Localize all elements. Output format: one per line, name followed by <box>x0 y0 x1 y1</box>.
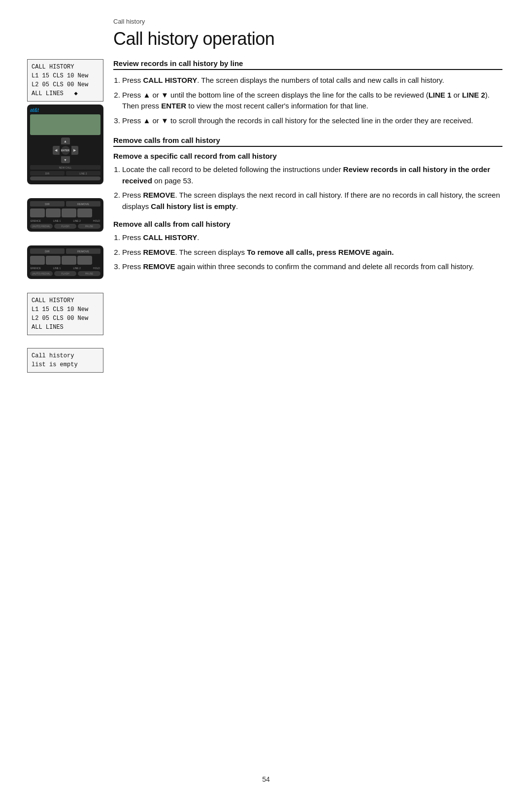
remove-all-step-1: Press CALL HISTORY. <box>122 232 502 243</box>
new-call-label: NEW CALL <box>30 165 100 170</box>
dir-button-3: DIR <box>30 248 65 254</box>
phone-device-3: DIR REMOVE ERENCE LINE 1 LINE 2 HOLD (AU… <box>27 245 103 279</box>
big-btn-3-1 <box>30 256 45 265</box>
phone-wide-btn <box>30 176 100 180</box>
remove-button: REMOVE <box>66 201 100 207</box>
screen2-line-3: L2 05 CLS 00 New <box>32 314 99 323</box>
remove-heading: Remove calls from call history <box>113 136 502 147</box>
remove-specific-steps: Locate the call record to be deleted fol… <box>113 164 502 212</box>
line2-label-3: LINE 2 <box>73 267 81 270</box>
left-column: CALL HISTORY L1 15 CLS 10 New L2 05 CLS … <box>27 59 108 376</box>
review-step-2: Press ▲ or ▼ until the bottom line of th… <box>122 90 502 112</box>
auto-redial-btn: (AUTO) REDIAL <box>30 224 53 229</box>
flash-btn: FLASH <box>54 224 77 229</box>
screen3-line-2: list is empty <box>32 360 99 369</box>
main-content: Review records in call history by line P… <box>113 59 502 283</box>
erence-label: ERENCE <box>31 219 41 222</box>
dpad-down: ▼ <box>61 156 70 163</box>
pause-btn-3: PAUSE <box>78 271 100 276</box>
review-step-3: Press ▲ or ▼ to scroll through the recor… <box>122 115 502 127</box>
remove-all-step-3: Press REMOVE again within three seconds … <box>122 261 502 273</box>
big-btn-3-3 <box>62 256 76 265</box>
phone-device-1: at&t ▲ ▼ ◀ ▶ ENTER NEW CALL DIR LINE 2 <box>27 104 103 184</box>
dpad-right: ▶ <box>71 146 78 155</box>
remove-all-heading: Remove all calls from call history <box>113 220 502 228</box>
screen-line-2: L1 15 CLS 10 New <box>32 71 99 80</box>
phone-screen-1 <box>30 114 100 135</box>
dpad-up: ▲ <box>61 138 70 144</box>
remove-button-3: REMOVE <box>66 248 100 254</box>
phone-device-2: DIR REMOVE ERENCE LINE 1 LINE 2 HOLD (AU… <box>27 198 103 232</box>
remove-all-step-2: Press REMOVE. The screen displays To rem… <box>122 247 502 258</box>
flash-btn-3: FLASH <box>54 271 77 276</box>
remove-all-section: Remove all calls from call history Press… <box>113 220 502 273</box>
screen-line-4: ALL LINES ◆ <box>32 89 99 98</box>
line2-label: LINE 2 <box>66 171 100 175</box>
big-btn-4 <box>77 208 92 217</box>
review-section: Review records in call history by line P… <box>113 59 502 126</box>
big-btn-2 <box>46 208 61 217</box>
hold-label: HOLD <box>93 219 100 222</box>
screen-display-3: Call history list is empty <box>27 348 103 373</box>
big-btn-1 <box>30 208 45 217</box>
dpad: ▲ ▼ ◀ ▶ ENTER <box>53 138 78 163</box>
page-number: 54 <box>262 775 270 783</box>
big-btn-3 <box>62 208 76 217</box>
erence-label-3: ERENCE <box>31 267 41 270</box>
remove-specific-section: Remove a specific call record from call … <box>113 152 502 212</box>
remove-specific-heading: Remove a specific call record from call … <box>113 152 502 160</box>
dpad-left: ◀ <box>53 146 60 155</box>
page-title: Call history operation <box>113 29 274 49</box>
line2-label-2: LINE 2 <box>73 219 81 222</box>
review-heading: Review records in call history by line <box>113 59 502 70</box>
auto-redial-btn-3: (AUTO) REDIAL <box>30 271 53 276</box>
remove-specific-step-1: Locate the call record to be deleted fol… <box>122 164 502 186</box>
screen-display-2: CALL HISTORY L1 15 CLS 10 New L2 05 CLS … <box>27 293 103 335</box>
screen-display-1: CALL HISTORY L1 15 CLS 10 New L2 05 CLS … <box>27 59 103 102</box>
hold-label-3: HOLD <box>93 267 100 270</box>
screen-line-3: L2 05 CLS 00 New <box>32 80 99 89</box>
screen3-line-1: Call history <box>32 351 99 360</box>
review-steps-list: Press CALL HISTORY. The screen displays … <box>113 75 502 126</box>
remove-all-steps: Press CALL HISTORY. Press REMOVE. The sc… <box>113 232 502 273</box>
breadcrumb: Call history <box>113 18 145 25</box>
brand-logo: at&t <box>30 107 100 113</box>
review-step-1: Press CALL HISTORY. The screen displays … <box>122 75 502 86</box>
dir-label: DIR <box>30 171 65 175</box>
screen2-line-4: ALL LINES <box>32 323 99 332</box>
remove-section: Remove calls from call history Remove a … <box>113 136 502 273</box>
screen2-line-2: L1 15 CLS 10 New <box>32 305 99 314</box>
pause-btn: PAUSE <box>78 224 100 229</box>
screen2-line-1: CALL HISTORY <box>32 296 99 305</box>
dir-button: DIR <box>30 201 65 207</box>
big-btn-3-2 <box>46 256 61 265</box>
big-btn-3-4 <box>77 256 92 265</box>
remove-specific-step-2: Press REMOVE. The screen displays the ne… <box>122 190 502 212</box>
screen-line-1: CALL HISTORY <box>32 63 99 71</box>
line1-label-3: LINE 1 <box>53 267 61 270</box>
line1-label: LINE 1 <box>53 219 61 222</box>
dpad-enter: ENTER <box>61 146 70 155</box>
